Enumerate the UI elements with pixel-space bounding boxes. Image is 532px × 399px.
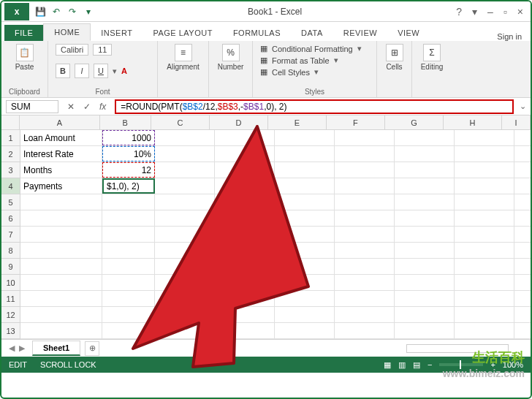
col-header-G[interactable]: G [385, 115, 444, 129]
conditional-formatting-icon[interactable]: ▦ [260, 44, 267, 53]
bold-button[interactable]: B [56, 64, 70, 78]
cell-C11[interactable] [155, 291, 215, 306]
cell-H10[interactable] [455, 275, 514, 290]
tab-formulas[interactable]: FORMULAS [223, 25, 291, 41]
cell-F1[interactable] [335, 130, 395, 145]
sheet-nav-next-icon[interactable]: ▶ [19, 343, 25, 353]
undo-icon[interactable]: ↶ [51, 7, 61, 17]
cell-H5[interactable] [455, 194, 514, 210]
cell-G6[interactable] [395, 210, 455, 226]
cell-A9[interactable] [20, 259, 102, 274]
col-header-E[interactable]: E [268, 115, 327, 129]
row-header-7[interactable]: 7 [1, 227, 20, 243]
cell-B5[interactable] [102, 194, 155, 210]
row-header-2[interactable]: 2 [1, 146, 20, 162]
cell-F11[interactable] [335, 291, 395, 306]
number-icon[interactable]: % [222, 44, 240, 61]
cell-B1[interactable]: 1000 [102, 130, 155, 145]
cell-D1[interactable] [215, 130, 275, 145]
alignment-button[interactable]: Alignment [167, 63, 199, 71]
cell-G12[interactable] [395, 307, 455, 322]
cell-B4[interactable]: $1,0), 2) [102, 178, 155, 194]
view-pagelayout-icon[interactable]: ▥ [398, 360, 406, 370]
cell-C9[interactable] [155, 259, 215, 274]
cell-F8[interactable] [335, 243, 395, 258]
cell-G4[interactable] [395, 178, 455, 194]
cell-D10[interactable] [215, 275, 275, 290]
col-header-H[interactable]: H [444, 115, 502, 129]
cell-B3[interactable]: 12 [102, 162, 155, 178]
editing-button[interactable]: Editing [421, 63, 444, 71]
cell-D9[interactable] [215, 259, 275, 274]
cell-D12[interactable] [215, 307, 275, 322]
restore-button[interactable]: ▫ [503, 6, 507, 18]
cell-E2[interactable] [275, 146, 335, 162]
cell-A5[interactable] [20, 194, 102, 210]
cell-F5[interactable] [335, 194, 395, 210]
cell-F4[interactable] [335, 178, 395, 194]
row-header-11[interactable]: 11 [1, 291, 20, 307]
cell-F9[interactable] [335, 259, 395, 274]
cell-B7[interactable] [102, 227, 155, 242]
cell-B11[interactable] [102, 291, 155, 306]
cell-A10[interactable] [20, 275, 102, 290]
cell-A1[interactable]: Loan Amount [20, 130, 102, 145]
sheet-tab-sheet1[interactable]: Sheet1 [32, 341, 80, 356]
cell-C2[interactable] [155, 146, 215, 162]
new-sheet-button[interactable]: ⊕ [85, 341, 99, 356]
close-button[interactable]: × [517, 6, 523, 18]
minimize-button[interactable]: – [487, 6, 493, 18]
cell-H11[interactable] [455, 291, 514, 306]
cells-button[interactable]: Cells [386, 63, 402, 71]
cell-A7[interactable] [20, 227, 102, 242]
select-all-corner[interactable] [1, 115, 20, 129]
cell-D8[interactable] [215, 243, 275, 258]
cell-G3[interactable] [395, 162, 455, 178]
cell-F6[interactable] [335, 210, 395, 226]
cell-C5[interactable] [155, 194, 215, 210]
cell-C7[interactable] [155, 227, 215, 242]
cell-G1[interactable] [395, 130, 455, 145]
col-header-C[interactable]: C [151, 115, 210, 129]
tab-file[interactable]: FILE [4, 25, 43, 41]
cell-E1[interactable] [275, 130, 335, 145]
cell-G5[interactable] [395, 194, 455, 210]
cell-E12[interactable] [275, 307, 335, 322]
cell-C13[interactable] [155, 323, 215, 338]
enter-formula-icon[interactable]: ✓ [83, 102, 91, 112]
cell-E9[interactable] [275, 259, 335, 274]
row-header-5[interactable]: 5 [1, 194, 20, 210]
cell-B2[interactable]: 10% [102, 146, 155, 162]
cell-A2[interactable]: Interest Rate [20, 146, 102, 162]
cell-A3[interactable]: Months [20, 162, 102, 178]
cell-G8[interactable] [395, 243, 455, 258]
view-pagebreak-icon[interactable]: ▤ [413, 360, 420, 370]
sign-in-link[interactable]: Sign in [497, 32, 522, 41]
cell-F7[interactable] [335, 227, 395, 242]
cell-E3[interactable] [275, 162, 335, 178]
cell-F2[interactable] [335, 146, 395, 162]
view-normal-icon[interactable]: ▦ [384, 360, 391, 370]
redo-icon[interactable]: ↷ [67, 7, 77, 17]
cell-D6[interactable] [215, 210, 275, 226]
cell-C4[interactable] [155, 178, 215, 194]
italic-button[interactable]: I [75, 64, 89, 78]
col-header-F[interactable]: F [327, 115, 385, 129]
cell-G13[interactable] [395, 323, 455, 338]
cell-B10[interactable] [102, 275, 155, 290]
row-header-6[interactable]: 6 [1, 210, 20, 227]
font-more-icon[interactable]: ▾ [113, 66, 117, 76]
paste-icon[interactable]: 📋 [16, 44, 34, 61]
tab-insert[interactable]: INSERT [91, 25, 142, 41]
cell-D2[interactable] [215, 146, 275, 162]
format-as-table-button[interactable]: Format as Table [272, 56, 330, 65]
row-header-10[interactable]: 10 [1, 275, 20, 291]
cell-E13[interactable] [275, 323, 335, 338]
cell-F10[interactable] [335, 275, 395, 290]
cell-H6[interactable] [455, 210, 514, 226]
cell-C10[interactable] [155, 275, 215, 290]
cell-C1[interactable] [155, 130, 215, 145]
cell-E7[interactable] [275, 227, 335, 242]
font-size-select[interactable]: 11 [93, 44, 112, 56]
cell-B12[interactable] [102, 307, 155, 322]
